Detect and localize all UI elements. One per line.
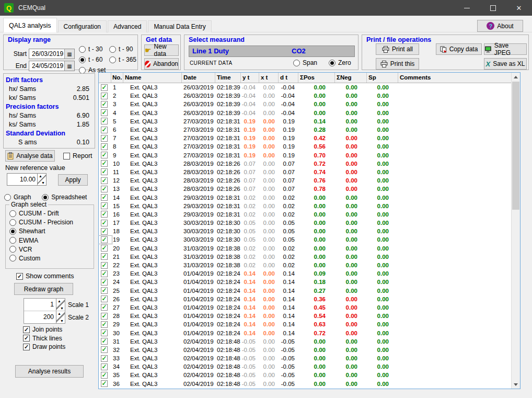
column-header-time[interactable]: Time (215, 73, 241, 83)
radio-graph-select[interactable]: Shewhart (9, 228, 73, 235)
table-row[interactable]: ✓27Ext. QAL301/04/201902:18:240.140.000.… (99, 303, 512, 312)
row-checkbox[interactable]: ✓ (99, 177, 111, 184)
column-header--neg[interactable]: ΣNeg (335, 73, 367, 83)
row-checkbox[interactable]: ✓ (99, 109, 111, 116)
table-row[interactable]: ✓32Ext. QAL302/04/201902:18:48-0.050.00-… (99, 346, 512, 354)
table-row[interactable]: ✓13Ext. QAL328/03/201902:18:260.070.000.… (99, 185, 512, 193)
row-checkbox[interactable]: ✓ (99, 101, 111, 108)
analyse-data-button[interactable]: Analyse data (5, 150, 55, 162)
scale-spinner[interactable]: 200▲▼ (24, 311, 65, 323)
table-row[interactable]: ✓34Ext. QAL302/04/201902:18:48-0.050.00-… (99, 362, 512, 371)
radio-span-zero[interactable]: Zero (329, 59, 351, 66)
table-row[interactable]: ✓3Ext. QAL326/03/201902:18:39-0.040.00-0… (99, 100, 512, 108)
save-jpeg-button[interactable]: Save JPEG (484, 43, 527, 55)
row-checkbox[interactable]: ✓ (99, 321, 111, 328)
table-row[interactable]: ✓21Ext. QAL331/03/201902:18:380.020.000.… (99, 253, 512, 261)
table-row[interactable]: ✓1Ext. QAL326/03/201902:18:39-0.040.00-0… (99, 83, 512, 92)
radio-display-range[interactable]: t - 365 (109, 56, 140, 63)
column-header-y-t[interactable]: y t (241, 73, 259, 83)
table-row[interactable]: ✓6Ext. QAL327/03/201902:18:310.190.000.1… (99, 126, 512, 134)
row-checkbox[interactable]: ✓ (99, 220, 111, 226)
radio-graph-select[interactable]: VCR (9, 246, 73, 253)
table-row[interactable]: ✓20Ext. QAL331/03/201902:18:380.020.000.… (99, 244, 512, 253)
minimize-button[interactable] (454, 0, 480, 16)
print-this-button[interactable]: Print this (376, 58, 419, 70)
tab-configuration[interactable]: Configuration (58, 20, 107, 32)
row-checkbox[interactable]: ✓ (99, 228, 111, 235)
column-header-name[interactable]: Name (123, 73, 182, 83)
row-checkbox[interactable]: ✓ (99, 236, 111, 243)
table-row[interactable]: ✓24Ext. QAL301/04/201902:18:240.140.000.… (99, 278, 512, 286)
row-checkbox[interactable]: ✓ (99, 202, 111, 209)
row-checkbox[interactable]: ✓ (99, 363, 111, 370)
radio-display-range[interactable]: t - 90 (109, 46, 140, 53)
table-row[interactable]: ✓26Ext. QAL301/04/201902:18:240.140.000.… (99, 295, 512, 303)
spinner-buttons[interactable]: ▲▼ (37, 174, 46, 185)
copy-data-button[interactable]: Copy data (436, 43, 482, 55)
row-checkbox[interactable]: ✓ (99, 287, 111, 294)
row-checkbox[interactable]: ✓ (99, 84, 111, 91)
table-row[interactable]: ✓19Ext. QAL330/03/201902:18:300.050.000.… (99, 235, 512, 244)
row-checkbox[interactable]: ✓ (99, 279, 111, 286)
table-row[interactable]: ✓9Ext. QAL327/03/201902:18:310.190.000.1… (99, 151, 512, 160)
table-row[interactable]: ✓14Ext. QAL329/03/201902:18:310.020.000.… (99, 193, 512, 201)
table-row[interactable]: ✓22Ext. QAL331/03/201902:18:380.020.000.… (99, 261, 512, 269)
table-row[interactable]: ✓12Ext. QAL328/03/201902:18:260.070.000.… (99, 176, 512, 185)
table-row[interactable]: ✓30Ext. QAL301/04/201902:18:240.140.000.… (99, 328, 512, 337)
row-checkbox[interactable]: ✓ (99, 270, 111, 277)
row-checkbox[interactable]: ✓ (99, 93, 111, 99)
column-header-no-[interactable]: No. (111, 73, 123, 83)
table-row[interactable]: ✓31Ext. QAL302/04/201902:18:48-0.050.00-… (99, 337, 512, 346)
table-row[interactable]: ✓36Ext. QAL302/04/201902:18:48-0.050.00-… (99, 380, 512, 388)
table-row[interactable]: ✓11Ext. QAL328/03/201902:18:260.070.000.… (99, 168, 512, 176)
measurand-bar[interactable]: Line 1 Duty CO2 (189, 46, 355, 57)
table-row[interactable]: ✓29Ext. QAL301/04/201902:18:240.140.000.… (99, 320, 512, 328)
scroll-down-icon[interactable] (512, 380, 520, 389)
radio-view[interactable]: Graph (4, 194, 31, 201)
save-xl-button[interactable]: X Save as XL (484, 58, 527, 70)
column-header-x-t[interactable]: x t (259, 73, 279, 83)
tab-manual-data-entry[interactable]: Manual Data Entry (148, 20, 211, 32)
radio-graph-select[interactable]: CUSUM - Drift (9, 210, 73, 217)
row-checkbox[interactable]: ✓ (99, 262, 111, 269)
table-row[interactable]: ✓16Ext. QAL329/03/201902:18:310.020.000.… (99, 210, 512, 219)
report-checkbox[interactable]: Report (63, 152, 92, 160)
table-row[interactable]: ✓10Ext. QAL328/03/201902:18:260.070.000.… (99, 160, 512, 168)
row-checkbox[interactable]: ✓ (99, 295, 111, 302)
table-row[interactable]: ✓17Ext. QAL330/03/201902:18:300.050.000.… (99, 219, 512, 227)
row-checkbox[interactable]: ✓ (99, 313, 111, 320)
row-checkbox[interactable]: ✓ (99, 346, 111, 353)
row-checkbox[interactable]: ✓ (99, 372, 111, 379)
close-button[interactable]: ✕ (506, 0, 532, 16)
table-row[interactable]: ✓35Ext. QAL302/04/201902:18:48-0.050.00-… (99, 371, 512, 379)
row-checkbox[interactable]: ✓ (99, 118, 111, 124)
table-row[interactable]: ✓18Ext. QAL330/03/201902:18:300.050.000.… (99, 227, 512, 235)
row-checkbox[interactable]: ✓ (99, 355, 111, 362)
table-row[interactable]: ✓4Ext. QAL326/03/201902:18:39-0.040.00-0… (99, 109, 512, 117)
plot-option-checkbox[interactable]: ✓Join points (23, 326, 65, 333)
calendar-icon[interactable]: ▦ (64, 49, 74, 59)
table-row[interactable]: ✓8Ext. QAL327/03/201902:18:310.190.000.1… (99, 142, 512, 151)
new-data-button[interactable]: ☛ New data (144, 44, 179, 56)
start-date-field[interactable]: 26/03/2019 ▦ (29, 49, 75, 59)
redraw-graph-button[interactable]: Redraw graph (14, 283, 73, 295)
radio-view[interactable]: Spreadsheet (42, 194, 87, 201)
plot-option-checkbox[interactable]: ✓Thick lines (23, 335, 65, 342)
spinner-buttons[interactable]: ▲▼ (56, 299, 65, 311)
table-row[interactable]: ✓2Ext. QAL326/03/201902:18:39-0.040.00-0… (99, 92, 512, 100)
radio-graph-select[interactable]: CUSUM - Precision (9, 219, 73, 226)
column-header-date[interactable]: Date (182, 73, 215, 83)
row-checkbox[interactable]: ✓ (99, 329, 111, 336)
show-comments-checkbox[interactable]: ✓ Show comments (16, 272, 74, 280)
row-checkbox[interactable]: ✓ (99, 253, 111, 260)
scroll-up-icon[interactable] (512, 73, 520, 81)
table-row[interactable]: ✓15Ext. QAL329/03/201902:18:310.020.000.… (99, 202, 512, 210)
column-header-d-t[interactable]: d t (279, 73, 298, 83)
abandon-button[interactable]: Abandon (144, 58, 179, 70)
table-row[interactable]: ✓23Ext. QAL301/04/201902:18:240.140.000.… (99, 269, 512, 278)
table-row[interactable]: ✓5Ext. QAL327/03/201902:18:310.190.000.1… (99, 117, 512, 126)
scale-spinner[interactable]: 1▲▼ (24, 299, 65, 311)
radio-span-zero[interactable]: Span (293, 59, 317, 66)
row-checkbox[interactable]: ✓ (99, 194, 111, 201)
row-checkbox[interactable]: ✓ (99, 135, 111, 142)
